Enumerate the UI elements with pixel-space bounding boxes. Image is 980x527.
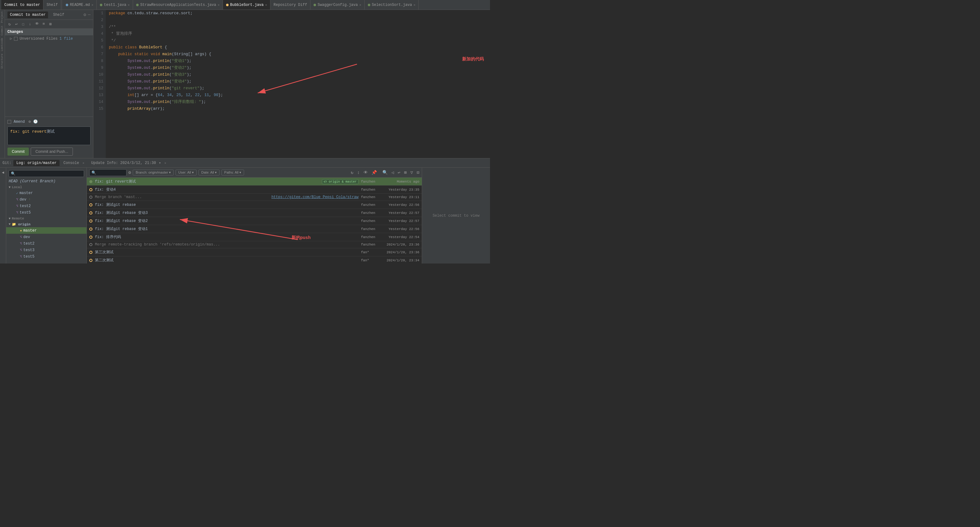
download-btn[interactable]: ↓ bbox=[27, 21, 33, 27]
vertical-sidebar: Project Commit Leetcode Structure bbox=[0, 10, 5, 158]
changes-header[interactable]: Changes bbox=[5, 29, 93, 35]
close-bubblesort[interactable]: ✕ bbox=[265, 3, 267, 7]
date-filter-btn[interactable]: Date: All ▾ bbox=[199, 170, 220, 175]
prev-log-icon[interactable]: ◁ bbox=[391, 170, 394, 175]
close-test1[interactable]: ✕ bbox=[128, 3, 130, 7]
remote-section[interactable]: ▼ Remote bbox=[6, 216, 86, 221]
share-log-icon[interactable]: ⊡ bbox=[417, 170, 419, 175]
tab-swaggerconfig[interactable]: SwaggerConfig.java ✕ bbox=[310, 0, 365, 10]
code-editor[interactable]: package cn.tedu.straw.resource.sort; /**… bbox=[106, 10, 490, 158]
tab-bubblesort[interactable]: BubbleSort.java ✕ bbox=[223, 0, 270, 10]
close-selectionsort[interactable]: ✕ bbox=[414, 3, 415, 7]
refresh-btn[interactable]: ↻ bbox=[7, 21, 13, 27]
view-btn[interactable]: 👁 bbox=[34, 21, 40, 27]
close-strawtest[interactable]: ✕ bbox=[218, 3, 220, 7]
close-console[interactable]: ✕ bbox=[83, 162, 84, 165]
commit-row-4[interactable]: fix: 测试git rebase 变动3 fanzhen Yesterday … bbox=[87, 209, 422, 217]
commit-row-1[interactable]: fix: 变动4 fanzhen Yesterday 23:35 bbox=[87, 186, 422, 194]
pin-log-icon[interactable]: 📌 bbox=[372, 170, 377, 175]
close-readme[interactable]: ✕ bbox=[91, 3, 93, 7]
branch-master[interactable]: ✓ master bbox=[6, 190, 86, 196]
project-label[interactable]: Project bbox=[0, 10, 5, 24]
commit-and-push-button[interactable]: Commit and Push... bbox=[31, 148, 73, 156]
filter-log-icon[interactable]: ▽ bbox=[410, 170, 413, 175]
commit-row-0[interactable]: fix: git revert测试 🏷 origin & master fanz… bbox=[87, 178, 422, 186]
update-info-arrow[interactable]: ▾ bbox=[159, 161, 161, 165]
git-log-list: fix: git revert测试 🏷 origin & master fanz… bbox=[87, 178, 422, 264]
amend-settings-icon[interactable]: ⚙ bbox=[29, 119, 31, 124]
refresh-log-icon[interactable]: ↻ bbox=[351, 170, 353, 175]
branch-test2[interactable]: ⌥ test2 bbox=[6, 203, 86, 209]
commit-row-6[interactable]: fix: 测试git rebase 变动1 fanzhen Yesterday … bbox=[87, 225, 422, 233]
commit-message-box[interactable]: fix: git revert测试 bbox=[8, 127, 91, 145]
log-tab[interactable]: Log: origin/master bbox=[13, 160, 60, 166]
tab-shelf-panel[interactable]: Shelf bbox=[51, 11, 67, 18]
console-tab[interactable]: Console ✕ bbox=[60, 160, 88, 166]
commit-row-3[interactable]: fix: 测试git rebase fanzhen Yesterday 22:5… bbox=[87, 201, 422, 209]
commit-dot-3 bbox=[89, 203, 92, 206]
commit-row-10[interactable]: 第二次测试 fan* 2024/1/20, 23:34 bbox=[87, 256, 422, 264]
amend-history-icon[interactable]: 🕐 bbox=[33, 119, 38, 124]
commit-msg-10: 第二次测试 bbox=[95, 258, 358, 263]
minimize-icon[interactable]: — bbox=[88, 12, 91, 17]
branch-dev[interactable]: ⌥ dev ↑ bbox=[6, 196, 86, 203]
tab-strawtest[interactable]: StrawResourceApplicationTests.java ✕ bbox=[133, 0, 223, 10]
git-log-search-input[interactable] bbox=[89, 169, 127, 176]
origin-test2-branch[interactable]: ⌥ test2 bbox=[6, 240, 86, 247]
origin-dev-branch[interactable]: ⌥ dev bbox=[6, 234, 86, 240]
undo-log-icon[interactable]: ↩ bbox=[398, 170, 400, 175]
unversioned-files-item[interactable]: ▷ Unversioned Files 1 file bbox=[5, 35, 93, 42]
collapse-btn[interactable]: ◀ bbox=[0, 168, 6, 264]
git-log-toolbar: ⚙ Branch: origin/master ▾ User: All ▾ Da… bbox=[87, 168, 422, 178]
leetcode-label[interactable]: Leetcode bbox=[0, 37, 5, 52]
user-filter-btn[interactable]: User: All ▾ bbox=[175, 170, 197, 175]
local-section[interactable]: ▼ Local bbox=[6, 184, 86, 190]
tab-test1[interactable]: test1.java ✕ bbox=[97, 0, 133, 10]
commit-button[interactable]: Commit bbox=[8, 148, 29, 156]
structure-label[interactable]: Structure bbox=[0, 52, 5, 70]
origin-test5-branch[interactable]: ⌥ test5 bbox=[6, 253, 86, 260]
tab-readme[interactable]: README.md ✕ bbox=[63, 0, 97, 10]
close-swagger[interactable]: ✕ bbox=[360, 3, 361, 7]
settings-icon[interactable]: ⚙ bbox=[83, 12, 86, 17]
code-line-12: System.out.println("git revert"); bbox=[109, 85, 490, 92]
group-btn[interactable]: ⊞ bbox=[48, 21, 53, 27]
update-info-tab[interactable]: Update Info: 2024/3/12, 21:30 ▾ ✕ bbox=[88, 160, 169, 166]
log-settings-icon[interactable]: ⚙ bbox=[128, 170, 131, 175]
undo-btn[interactable]: ↩ bbox=[14, 21, 19, 27]
tab-shelf[interactable]: Shelf bbox=[43, 0, 61, 10]
commit-row-7[interactable]: fix: 排序代码 fanzhen Yesterday 22:54 bbox=[87, 233, 422, 241]
tab-selectionsort[interactable]: SelectionSort.java ✕ bbox=[365, 0, 419, 10]
branch-test5[interactable]: ⌥ test5 bbox=[6, 209, 86, 216]
branch-filter-btn[interactable]: Branch: origin/master ▾ bbox=[133, 170, 174, 175]
commit-row-2[interactable]: Merge branch 'mast... https://gitee.com/… bbox=[87, 194, 422, 201]
commit-time-3: Yesterday 22:56 bbox=[385, 203, 419, 207]
commit-row-8[interactable]: Merge remote-tracking branch 'refs/remot… bbox=[87, 241, 422, 248]
sort-btn[interactable]: ≡ bbox=[41, 21, 46, 27]
sort-log-icon[interactable]: ↕ bbox=[357, 170, 360, 175]
git-search-input[interactable] bbox=[9, 170, 84, 177]
unversioned-checkbox[interactable] bbox=[14, 37, 18, 41]
search-log-icon[interactable]: 🔍 bbox=[382, 170, 388, 175]
grid-log-icon[interactable]: ⊞ bbox=[404, 170, 407, 175]
paths-filter-btn[interactable]: Paths: All ▾ bbox=[221, 170, 244, 175]
amend-checkbox[interactable] bbox=[8, 120, 11, 124]
tab-commit-to-master[interactable]: Commit to master bbox=[8, 11, 48, 18]
commit-row-5[interactable]: fix: 测试git rebase 变动2 fanzhen Yesterday … bbox=[87, 217, 422, 225]
selectionsort-dot bbox=[368, 4, 370, 6]
eye-log-icon[interactable]: 👁 bbox=[363, 170, 368, 175]
commit-link-2[interactable]: https://gitee.com/Blue_Pepsi_Cola/straw bbox=[271, 195, 358, 199]
stage-btn[interactable]: ☐ bbox=[21, 21, 26, 27]
commit-row-9[interactable]: 第三次测试 fan* 2024/1/20, 23:36 bbox=[87, 248, 422, 256]
commit-panel: Commit to master Shelf ⚙ — ↻ ↩ ☐ ↓ 👁 ≡ ⊞ bbox=[5, 10, 93, 158]
origin-section[interactable]: ▼ 📁 origin bbox=[6, 221, 86, 227]
tree-head[interactable]: HEAD (Current Branch) bbox=[6, 178, 86, 184]
origin-master-branch[interactable]: ★ master bbox=[6, 227, 86, 234]
close-update[interactable]: ✕ bbox=[164, 162, 166, 165]
code-line-10: System.out.println("变动3"); bbox=[109, 71, 490, 78]
tab-commit[interactable]: Commit to master bbox=[1, 0, 43, 10]
commit-label-v[interactable]: Commit bbox=[0, 24, 5, 37]
origin-master-label: master bbox=[23, 229, 37, 233]
tab-reposdiff[interactable]: Repository Diff bbox=[270, 0, 310, 10]
origin-test3-branch[interactable]: ⌥ test3 bbox=[6, 247, 86, 253]
